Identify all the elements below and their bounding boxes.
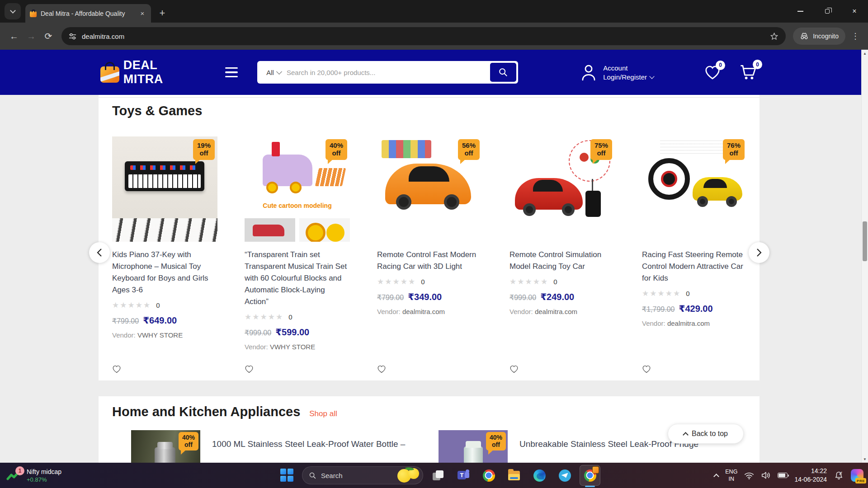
product-title[interactable]: 1000 ML Stainless Steel Leak-Proof Water… — [212, 430, 411, 463]
browser-menu-button[interactable]: ⋮ — [848, 31, 863, 41]
vendor-label: Vendor: — [642, 319, 665, 327]
add-to-wishlist-button[interactable] — [377, 365, 387, 373]
product-title[interactable]: Remote Control Simulation Model Racing T… — [509, 249, 615, 272]
tab-search-button[interactable] — [5, 3, 21, 19]
browser-tab[interactable]: Deal Mitra - Affordable Quality × — [25, 4, 151, 23]
teams-app-button[interactable]: T — [453, 465, 474, 486]
taskbar-search-box[interactable]: Search — [302, 466, 423, 484]
review-count: 0 — [288, 313, 292, 321]
scroll-up-arrow[interactable]: ▲ — [862, 50, 868, 57]
language-indicator[interactable]: ENGIN — [725, 468, 737, 483]
bookmark-star-icon[interactable] — [770, 32, 778, 41]
add-to-wishlist-button[interactable] — [112, 365, 122, 373]
discount-badge: 75%off — [590, 139, 612, 160]
battery-icon[interactable] — [778, 473, 788, 478]
product-image-train[interactable]: Cute cartoon modeling 40%off — [245, 136, 350, 242]
review-count: 0 — [686, 290, 689, 297]
product-image-water-bottle[interactable]: 40%off — [131, 430, 200, 463]
old-price: ₹799.00 — [377, 293, 404, 302]
user-icon — [580, 63, 597, 81]
notification-bell-sleep-icon[interactable]: z z — [834, 470, 844, 480]
maximize-button[interactable] — [814, 0, 841, 23]
edge-app-button[interactable] — [529, 465, 550, 486]
image-caption: Cute cartoon modeling — [245, 202, 350, 209]
product-title[interactable]: Kids Piano 37-Key with Microphone – Musi… — [112, 249, 217, 296]
vendor-name[interactable]: dealmitra.com — [402, 308, 445, 315]
copilot-icon[interactable]: PRE — [851, 469, 863, 482]
back-to-top-label: Back to top — [692, 430, 728, 438]
task-view-button[interactable] — [428, 465, 448, 486]
search-input[interactable] — [287, 69, 490, 76]
minimize-button[interactable] — [787, 0, 814, 23]
widgets-button[interactable]: 1 Nifty midcap +0.87% — [6, 468, 61, 483]
back-to-top-button[interactable]: Back to top — [668, 424, 744, 444]
product-card[interactable]: 19%off Kids Piano 37-Key with Microphone… — [112, 136, 217, 373]
url-bar[interactable]: dealmitra.com — [61, 27, 786, 45]
account-menu[interactable]: Account Login/Register — [580, 63, 654, 81]
product-card[interactable]: 76%off Racing Fast Steering Remote Contr… — [642, 136, 747, 373]
vendor-label: Vendor: — [377, 308, 401, 315]
product-image-fridge-bottle[interactable]: 40%off — [439, 430, 508, 463]
active-window-indicator — [585, 486, 595, 488]
edge-icon — [533, 469, 546, 482]
file-explorer-button[interactable] — [504, 465, 524, 486]
search-submit-button[interactable] — [490, 63, 516, 82]
chrome-active-window-button[interactable] — [580, 465, 600, 486]
kitchen-product[interactable]: 40%off 1000 ML Stainless Steel Leak-Proo… — [131, 430, 429, 463]
product-title[interactable]: Racing Fast Steering Remote Control Mode… — [642, 249, 747, 284]
site-settings-tune-icon[interactable] — [69, 33, 76, 40]
wifi-icon[interactable] — [744, 472, 754, 479]
url-text[interactable]: dealmitra.com — [82, 33, 124, 40]
tab-close-icon[interactable]: × — [138, 9, 146, 18]
chevron-up-icon — [683, 432, 689, 438]
product-image-steering-car[interactable]: 76%off — [642, 136, 747, 242]
add-to-wishlist-button[interactable] — [642, 365, 652, 373]
discount-badge: 40%off — [179, 432, 198, 450]
carousel-next-button[interactable] — [749, 242, 769, 263]
account-label: Account — [603, 64, 654, 72]
start-button[interactable] — [277, 465, 297, 486]
scrollbar-thumb[interactable] — [863, 221, 867, 261]
carousel-prev-button[interactable] — [89, 242, 110, 263]
page-scrollbar[interactable]: ▲ ▼ — [861, 50, 868, 463]
cart-button[interactable]: 0 — [740, 64, 758, 80]
vendor-name[interactable]: VWHY STORE — [137, 331, 183, 339]
product-title[interactable]: “Transparent Train set Transparent Music… — [245, 249, 350, 308]
new-tab-button[interactable]: + — [156, 6, 169, 20]
browser-toolbar: ← → ⟳ dealmitra.com Incognito ⋮ — [0, 23, 868, 50]
search-highlight-lemon-image[interactable] — [395, 467, 423, 484]
forward-button[interactable]: → — [23, 28, 40, 45]
volume-icon[interactable] — [761, 471, 771, 479]
shop-all-link[interactable]: Shop all — [309, 409, 337, 418]
hamburger-menu-icon[interactable] — [225, 67, 238, 78]
add-to-wishlist-button[interactable] — [509, 365, 519, 373]
product-card[interactable]: Cute cartoon modeling 40%off “Transparen… — [245, 136, 350, 373]
sale-price: ₹649.00 — [143, 315, 177, 326]
vendor-name[interactable]: dealmitra.com — [535, 308, 577, 315]
cart-count-badge: 0 — [753, 60, 762, 69]
scroll-down-arrow[interactable]: ▼ — [862, 455, 868, 463]
vendor-name[interactable]: VWHY STORE — [270, 343, 315, 351]
clock[interactable]: 14:22 14-06-2024 — [794, 467, 827, 484]
tray-overflow-chevron-icon[interactable] — [713, 474, 719, 479]
product-title[interactable]: Remote Control Fast Modern Racing Car wi… — [377, 249, 482, 272]
telegram-app-button[interactable] — [554, 465, 575, 486]
incognito-badge: Incognito — [793, 28, 845, 45]
product-image-red-car[interactable]: 75%off — [509, 136, 615, 242]
product-card[interactable]: 56%off Remote Control Fast Modern Racing… — [377, 136, 482, 373]
telegram-icon — [559, 469, 571, 482]
close-button[interactable]: × — [841, 0, 868, 23]
search-category-dropdown[interactable]: All — [259, 69, 287, 76]
tab-strip: Deal Mitra - Affordable Quality × + × — [0, 0, 868, 23]
wishlist-button[interactable]: 0 — [704, 65, 721, 80]
vendor-name[interactable]: dealmitra.com — [667, 319, 710, 327]
product-card[interactable]: 75%off Remote Control Simulation Model R… — [509, 136, 615, 373]
add-to-wishlist-button[interactable] — [245, 365, 255, 373]
site-logo[interactable]: DEAL MITRA — [100, 58, 197, 86]
product-image-orange-car[interactable]: 56%off — [377, 136, 482, 242]
reload-button[interactable]: ⟳ — [40, 28, 57, 45]
back-button[interactable]: ← — [5, 28, 23, 45]
login-register-link[interactable]: Login/Register — [603, 73, 647, 81]
product-image-piano[interactable]: 19%off — [112, 136, 217, 242]
chrome-app-button[interactable] — [478, 465, 499, 486]
